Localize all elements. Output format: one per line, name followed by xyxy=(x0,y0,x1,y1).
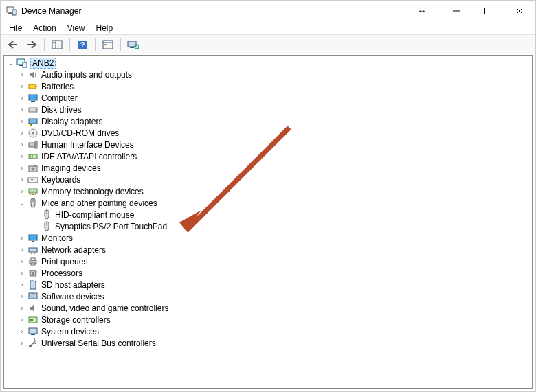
menu-action[interactable]: Action xyxy=(27,22,61,34)
storage-controller-icon xyxy=(27,314,38,325)
chevron-right-icon[interactable]: › xyxy=(18,164,26,172)
svg-rect-41 xyxy=(28,178,38,183)
category-batteries[interactable]: › Batteries xyxy=(4,80,532,92)
network-icon xyxy=(27,244,38,255)
chevron-right-icon[interactable]: › xyxy=(18,316,26,324)
chevron-right-icon[interactable]: › xyxy=(18,187,26,196)
category-label: Batteries xyxy=(41,82,74,91)
titlebar: Device Manager ↔ xyxy=(1,1,535,21)
resize-horizontal-icon: ↔ xyxy=(417,5,427,16)
system-icon xyxy=(27,326,38,337)
back-button[interactable] xyxy=(5,37,21,52)
menu-help[interactable]: Help xyxy=(91,22,119,34)
chevron-right-icon[interactable]: › xyxy=(18,129,26,137)
category-audio[interactable]: › Audio inputs and outputs xyxy=(4,69,532,80)
hid-icon xyxy=(27,139,38,150)
chevron-right-icon[interactable]: › xyxy=(18,117,26,126)
category-system-devices[interactable]: › System devices xyxy=(4,325,532,337)
chevron-right-icon[interactable]: › xyxy=(18,152,26,161)
show-hide-console-tree-button[interactable] xyxy=(49,37,65,52)
maximize-button[interactable] xyxy=(472,1,504,21)
category-label: Network adapters xyxy=(41,245,106,255)
svg-rect-46 xyxy=(29,189,37,193)
chevron-right-icon[interactable]: › xyxy=(18,106,26,114)
chevron-right-icon[interactable]: › xyxy=(18,269,26,277)
sound-icon xyxy=(27,303,38,314)
properties-button[interactable] xyxy=(100,37,116,52)
close-button[interactable] xyxy=(504,1,535,21)
chevron-right-icon[interactable]: › xyxy=(18,339,26,347)
toolbar-separator xyxy=(69,38,70,51)
category-computer[interactable]: › Computer xyxy=(4,92,532,104)
mouse-icon xyxy=(27,198,38,209)
category-sd-host[interactable]: › SD host adapters xyxy=(4,279,532,290)
chevron-right-icon[interactable]: › xyxy=(18,82,26,91)
svg-rect-29 xyxy=(29,119,37,124)
menu-file[interactable]: File xyxy=(3,22,27,34)
category-storage-controllers[interactable]: › Storage controllers xyxy=(4,314,532,325)
chevron-right-icon[interactable]: › xyxy=(18,281,26,289)
printer-icon xyxy=(27,256,38,267)
dvd-icon xyxy=(27,128,38,139)
category-hid[interactable]: › Human Interface Devices xyxy=(4,139,532,150)
chevron-right-icon[interactable]: › xyxy=(18,292,26,301)
chevron-down-icon[interactable]: ⌄ xyxy=(7,59,15,67)
svg-rect-30 xyxy=(30,124,32,126)
category-memory-tech[interactable]: › Memory technology devices xyxy=(4,185,532,197)
svg-point-39 xyxy=(32,167,35,170)
category-usb-controllers[interactable]: › Universal Serial Bus controllers xyxy=(4,337,532,349)
category-network[interactable]: › Network adapters xyxy=(4,244,532,255)
chevron-right-icon[interactable]: › xyxy=(18,94,26,102)
svg-rect-53 xyxy=(29,235,37,240)
svg-rect-48 xyxy=(32,194,34,195)
chevron-down-icon[interactable]: ⌄ xyxy=(18,199,26,207)
category-mice[interactable]: ⌄ Mice and other pointing devices xyxy=(4,197,532,209)
chevron-right-icon[interactable]: › xyxy=(18,257,26,266)
chevron-right-icon[interactable]: › xyxy=(18,176,26,184)
category-disk-drives[interactable]: › Disk drives xyxy=(4,104,532,115)
svg-rect-55 xyxy=(29,248,37,252)
category-imaging[interactable]: › Imaging devices xyxy=(4,162,532,174)
category-software-devices[interactable]: › Software devices xyxy=(4,290,532,302)
svg-rect-47 xyxy=(30,194,31,195)
chevron-right-icon[interactable]: › xyxy=(18,304,26,312)
svg-rect-76 xyxy=(35,343,36,344)
category-keyboards[interactable]: › Keyboards xyxy=(4,174,532,185)
svg-rect-3 xyxy=(12,10,16,15)
disk-icon xyxy=(27,104,38,115)
keyboard-icon xyxy=(27,174,38,185)
svg-rect-21 xyxy=(19,65,23,66)
svg-point-78 xyxy=(34,338,35,340)
help-button[interactable]: ? xyxy=(74,37,91,52)
chevron-right-icon[interactable]: › xyxy=(18,246,26,254)
category-dvd[interactable]: › DVD/CD-ROM drives xyxy=(4,127,532,139)
chevron-right-icon[interactable]: › xyxy=(18,71,26,79)
chevron-right-icon[interactable]: › xyxy=(18,141,26,149)
tree-root[interactable]: ⌄ ANB2 xyxy=(4,57,532,69)
category-monitors[interactable]: › Monitors xyxy=(4,232,532,244)
category-label: DVD/CD-ROM drives xyxy=(41,128,119,138)
category-label: Computer xyxy=(41,93,78,103)
svg-rect-56 xyxy=(31,253,32,254)
menu-view[interactable]: View xyxy=(62,22,91,34)
svg-rect-15 xyxy=(104,44,107,45)
device-tree: ⌄ ANB2 › Audio inputs and outputs › Batt… xyxy=(4,57,532,349)
device-hid-mouse[interactable]: › HID-compliant mouse xyxy=(4,209,532,220)
category-print-queues[interactable]: › Print queues xyxy=(4,255,532,267)
device-tree-panel[interactable]: ⌄ ANB2 › Audio inputs and outputs › Batt… xyxy=(3,55,533,389)
svg-rect-43 xyxy=(31,179,32,180)
device-synaptics-touchpad[interactable]: › Synaptics PS/2 Port TouchPad xyxy=(4,220,532,232)
category-display-adapters[interactable]: › Display adapters xyxy=(4,115,532,127)
svg-rect-23 xyxy=(29,84,36,89)
minimize-button[interactable] xyxy=(440,1,472,21)
category-processors[interactable]: › Processors xyxy=(4,267,532,279)
category-sound-video-game[interactable]: › Sound, video and game controllers xyxy=(4,302,532,314)
chevron-right-icon[interactable]: › xyxy=(18,234,26,242)
chevron-right-icon[interactable]: › xyxy=(18,327,26,336)
svg-rect-72 xyxy=(31,334,35,335)
scan-hardware-button[interactable] xyxy=(125,37,142,52)
category-ide[interactable]: › IDE ATA/ATAPI controllers xyxy=(4,150,532,162)
device-label: Synaptics PS/2 Port TouchPad xyxy=(55,222,167,231)
forward-button[interactable] xyxy=(23,37,40,52)
category-label: Audio inputs and outputs xyxy=(41,70,132,80)
